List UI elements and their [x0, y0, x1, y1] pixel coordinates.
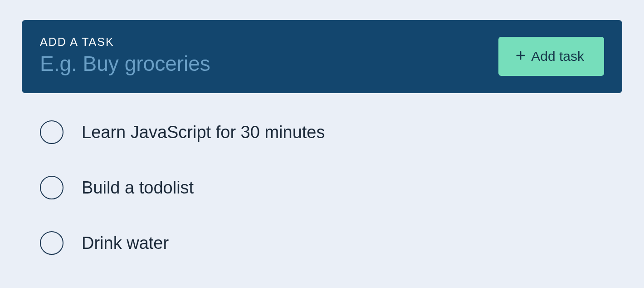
task-text: Learn JavaScript for 30 minutes: [82, 123, 325, 142]
task-item: Build a todolist: [40, 176, 622, 199]
add-task-label: Add a task: [40, 35, 489, 49]
task-text: Build a todolist: [82, 178, 194, 198]
add-task-input-wrap: Add a task: [40, 35, 489, 76]
add-task-button-label: Add task: [531, 49, 584, 64]
task-item: Learn JavaScript for 30 minutes: [40, 120, 622, 144]
task-input[interactable]: [40, 51, 489, 76]
task-checkbox[interactable]: [40, 176, 63, 199]
task-item: Drink water: [40, 231, 622, 255]
task-list: Learn JavaScript for 30 minutes Build a …: [22, 93, 622, 255]
add-task-button[interactable]: Add task: [498, 37, 604, 76]
task-checkbox[interactable]: [40, 120, 63, 144]
plus-icon: [516, 50, 526, 63]
task-checkbox[interactable]: [40, 231, 63, 255]
add-task-panel: Add a task Add task: [22, 20, 622, 93]
task-text: Drink water: [82, 233, 169, 253]
